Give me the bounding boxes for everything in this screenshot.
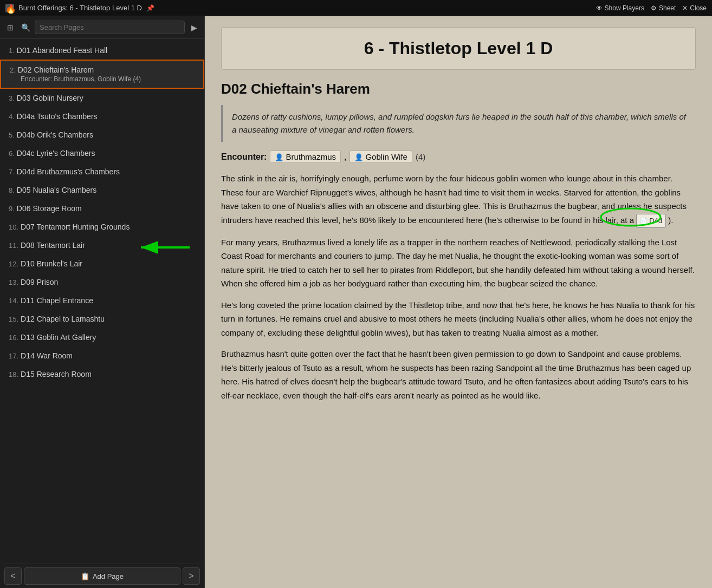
encounter-npc-goblin-wife[interactable]: Goblin Wife [349, 151, 412, 163]
sidebar-item-0[interactable]: 1.D01 Abandoned Feast Hall [0, 41, 204, 60]
sidebar-item-1[interactable]: 2.D02 Chieftain's HaremEncounter: Bruthm… [0, 60, 204, 89]
search-input[interactable] [35, 21, 185, 34]
sidebar-item-title-13: D11 Chapel Entrance [21, 296, 93, 305]
section-title: D02 Chieftain's Harem [221, 81, 696, 97]
sidebar-footer: < 📋 Add Page > [0, 564, 204, 588]
d4d-link[interactable]: D4d [636, 214, 666, 228]
close-button[interactable]: ✕ Close [682, 4, 707, 12]
sidebar-item-title-5: D04c Lyrie's Chambers [17, 149, 95, 158]
grid-icon[interactable]: ⊞ [4, 22, 16, 34]
main-layout: ⊞ 🔍 ▶ 1.D01 Abandoned Feast Hall2.D02 Ch… [0, 16, 712, 588]
titlebar-right: 👁 Show Players ⚙ Sheet ✕ Close [596, 4, 707, 12]
sidebar-item-subtitle-1: Encounter: Bruthmazmus, Goblin Wife (4) [10, 75, 195, 83]
sidebar-item-number-2: 3. [9, 94, 15, 102]
sidebar-item-number-10: 11. [9, 241, 18, 250]
sidebar-item-number-9: 10. [9, 223, 18, 231]
sidebar-item-number-11: 12. [9, 260, 18, 268]
eye-icon: 👁 [596, 4, 603, 12]
sidebar-item-number-16: 17. [9, 352, 18, 360]
content-area: 6 - Thistletop Level 1 D D02 Chieftain's… [205, 16, 712, 588]
titlebar-left: 🔥 Burnt Offerings: 6 - Thistletop Level … [5, 4, 154, 12]
encounter-npc-bruthmazmus[interactable]: Bruthmazmus [270, 151, 341, 163]
gear-icon: ⚙ [651, 4, 657, 12]
encounter-count: (4) [416, 152, 425, 161]
sidebar-item-6[interactable]: 7.D04d Bruthazmus's Chambers [0, 162, 204, 181]
paragraph-4: Bruthazmus hasn't quite gotten over the … [221, 347, 696, 402]
prev-page-button[interactable]: < [4, 567, 22, 585]
sidebar-item-number-4: 5. [9, 131, 15, 139]
sidebar-item-17[interactable]: 18.D15 Research Room [0, 365, 204, 383]
sidebar-item-title-17: D15 Research Room [21, 370, 92, 378]
expand-icon[interactable]: ▶ [188, 22, 200, 34]
app-icon: 🔥 [5, 4, 14, 12]
sidebar-item-7[interactable]: 8.D05 Nualia's Chambers [0, 181, 204, 199]
sidebar-item-title-9: D07 Tentamort Hunting Grounds [21, 223, 130, 231]
sidebar-item-title-14: D12 Chapel to Lamashtu [21, 315, 105, 323]
search-icon[interactable]: 🔍 [20, 22, 31, 34]
page-header: 6 - Thistletop Level 1 D [221, 27, 696, 70]
pin-icon: 📌 [146, 4, 154, 12]
sidebar-item-number-12: 13. [9, 278, 18, 286]
sidebar-item-title-4: D04b Orik's Chambers [17, 130, 93, 139]
sidebar: ⊞ 🔍 ▶ 1.D01 Abandoned Feast Hall2.D02 Ch… [0, 16, 205, 588]
titlebar-title: Burnt Offerings: 6 - Thistletop Level 1 … [18, 4, 142, 12]
show-players-button[interactable]: 👁 Show Players [596, 4, 644, 12]
paragraph-1: The stink in the air is, horrifyingly en… [221, 172, 696, 228]
sheet-button[interactable]: ⚙ Sheet [651, 4, 676, 12]
sidebar-item-number-0: 1. [9, 47, 15, 55]
encounter-line: Encounter: Bruthmazmus , Goblin Wife (4) [221, 151, 696, 163]
sidebar-item-number-6: 7. [9, 168, 15, 176]
sidebar-item-13[interactable]: 14.D11 Chapel Entrance [0, 291, 204, 310]
sidebar-item-title-3: D04a Tsuto's Chambers [17, 112, 98, 121]
sidebar-item-number-1: 2. [10, 66, 16, 74]
sidebar-item-number-3: 4. [9, 113, 15, 121]
sidebar-item-12[interactable]: 13.D09 Prison [0, 273, 204, 291]
sidebar-item-number-15: 16. [9, 334, 18, 342]
sidebar-item-title-6: D04d Bruthazmus's Chambers [17, 167, 120, 176]
sidebar-toolbar: ⊞ 🔍 ▶ [0, 16, 204, 39]
sidebar-item-title-7: D05 Nualia's Chambers [17, 186, 96, 194]
sidebar-item-number-7: 8. [9, 186, 15, 194]
sidebar-item-4[interactable]: 5.D04b Orik's Chambers [0, 126, 204, 144]
sidebar-item-11[interactable]: 12.D10 Brunkel's Lair [0, 254, 204, 273]
doc-icon [640, 215, 648, 227]
next-page-button[interactable]: > [183, 567, 200, 585]
sidebar-item-number-8: 9. [9, 205, 15, 213]
sidebar-item-title-12: D09 Prison [21, 278, 58, 286]
content-body: The stink in the air is, horrifyingly en… [221, 172, 696, 402]
sidebar-item-title-0: D01 Abandoned Feast Hall [17, 46, 107, 55]
sidebar-item-2[interactable]: 3.D03 Goblin Nursery [0, 89, 204, 107]
sidebar-item-title-1: D02 Chieftain's Harem [18, 66, 94, 74]
page-header-title: 6 - Thistletop Level 1 D [232, 38, 684, 58]
sidebar-item-title-2: D03 Goblin Nursery [17, 94, 83, 102]
add-page-button[interactable]: 📋 Add Page [24, 567, 180, 585]
sidebar-item-8[interactable]: 9.D06 Storage Room [0, 199, 204, 218]
encounter-label: Encounter: [221, 152, 267, 162]
blockquote: Dozens of ratty cushions, lumpy pillows,… [221, 105, 696, 142]
person-icon-bruthmazmus [275, 153, 283, 161]
sidebar-item-title-11: D10 Brunkel's Lair [21, 259, 82, 268]
sidebar-item-title-16: D14 War Room [21, 351, 73, 360]
sidebar-item-16[interactable]: 17.D14 War Room [0, 347, 204, 365]
sidebar-item-3[interactable]: 4.D04a Tsuto's Chambers [0, 107, 204, 126]
sidebar-item-title-15: D13 Goblin Art Gallery [21, 333, 96, 342]
sidebar-item-14[interactable]: 15.D12 Chapel to Lamashtu [0, 310, 204, 328]
add-page-icon: 📋 [81, 572, 89, 580]
sidebar-item-title-10: D08 Tentamort Lair [21, 241, 85, 250]
sidebar-item-10[interactable]: 11.D08 Tentamort Lair [0, 236, 204, 254]
sidebar-item-title-8: D06 Storage Room [17, 204, 82, 213]
sidebar-item-9[interactable]: 10.D07 Tentamort Hunting Grounds [0, 218, 204, 236]
sidebar-item-number-5: 6. [9, 149, 15, 158]
sidebar-item-number-13: 14. [9, 297, 18, 305]
person-icon-goblin-wife [354, 153, 363, 161]
sidebar-item-number-14: 15. [9, 315, 18, 323]
paragraph-3: He's long coveted the prime location cla… [221, 298, 696, 340]
paragraph-2: For many years, Bruthazmus lived a lonel… [221, 236, 696, 291]
titlebar: 🔥 Burnt Offerings: 6 - Thistletop Level … [0, 0, 712, 16]
sidebar-pages: 1.D01 Abandoned Feast Hall2.D02 Chieftai… [0, 39, 204, 564]
sidebar-item-number-17: 18. [9, 370, 18, 378]
close-icon: ✕ [682, 4, 688, 12]
sidebar-item-5[interactable]: 6.D04c Lyrie's Chambers [0, 144, 204, 162]
sidebar-item-15[interactable]: 16.D13 Goblin Art Gallery [0, 328, 204, 347]
